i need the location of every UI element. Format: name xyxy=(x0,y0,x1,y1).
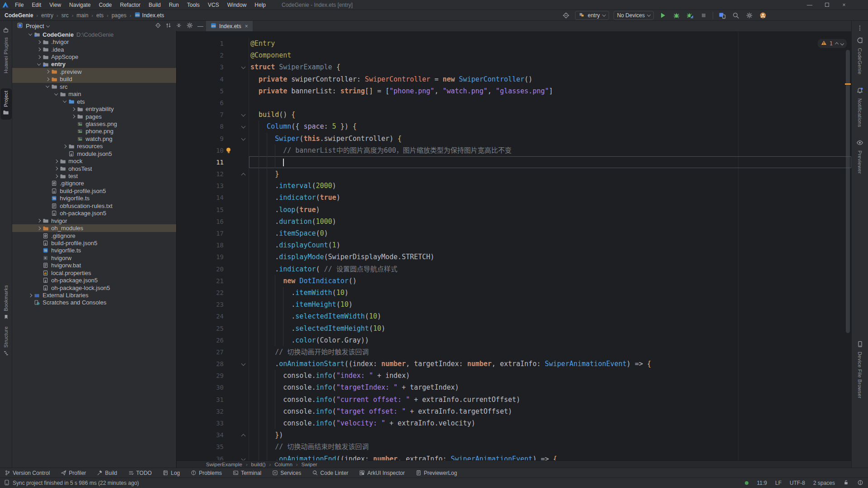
breadcrumb-item-main[interactable]: main xyxy=(77,12,88,19)
code-line-34[interactable]: 34}) xyxy=(177,429,851,441)
tree-item-src[interactable]: src xyxy=(12,83,176,90)
chevron-right-icon[interactable] xyxy=(45,77,49,81)
caret-position[interactable]: 11:9 xyxy=(757,480,767,486)
code-line-15[interactable]: 15.loop(true) xyxy=(177,204,851,216)
module-selector[interactable]: entry xyxy=(575,11,609,20)
chevron-right-icon[interactable] xyxy=(71,115,75,118)
device-manager-icon[interactable] xyxy=(718,11,727,20)
tree-item-hvigorw-bat[interactable]: hvigorw.bat xyxy=(12,262,176,269)
editor-breadcrumb-swiper[interactable]: Swiper xyxy=(302,462,317,467)
tool-window-previewerlog[interactable]: PreviewerLog xyxy=(416,470,457,476)
tool-window-log[interactable]: Log xyxy=(163,470,180,476)
menu-view[interactable]: View xyxy=(45,0,65,10)
breadcrumb-item-pages[interactable]: pages xyxy=(111,12,126,19)
debug-icon[interactable] xyxy=(672,11,681,20)
sidebar-item-previewer[interactable]: Previewer xyxy=(856,137,863,176)
fold-down-icon[interactable] xyxy=(241,456,246,460)
code-line-24[interactable]: 24.selectedItemWidth(10) xyxy=(177,310,851,322)
fold-down-icon[interactable] xyxy=(241,362,246,366)
tree-item-build[interactable]: build xyxy=(12,76,176,83)
code-line-33[interactable]: 33console.info("velocity: " + extraInfo.… xyxy=(177,417,851,429)
code-line-23[interactable]: 23.itemHeight(10) xyxy=(177,299,851,310)
fold-down-icon[interactable] xyxy=(241,65,246,69)
tool-window-arkui-inspector[interactable]: ArkUI Inspector xyxy=(359,470,405,476)
minimize-icon[interactable]: — xyxy=(806,2,813,8)
breadcrumb-item-codegenie[interactable]: CodeGenie xyxy=(5,12,33,19)
chevron-right-icon[interactable] xyxy=(37,40,40,43)
code-line-14[interactable]: 14.indicator(true) xyxy=(177,192,851,203)
tree-item-watch-png[interactable]: watch.png xyxy=(12,135,176,142)
menu-file[interactable]: File xyxy=(11,0,28,10)
code-line-25[interactable]: 25.selectedItemHeight(10) xyxy=(177,323,851,334)
tool-window-services[interactable]: Services xyxy=(272,470,301,476)
file-encoding[interactable]: UTF-8 xyxy=(790,480,805,486)
tree-item-build-profile-json5[interactable]: build-profile.json5 xyxy=(12,187,176,194)
chevron-down-icon[interactable] xyxy=(46,24,50,27)
tree-item-ets[interactable]: ets xyxy=(12,98,176,105)
sidebar-item-structure[interactable]: Structure xyxy=(3,324,9,360)
tree-item--gitignore[interactable]: .gitignore xyxy=(12,180,176,187)
code-line-12[interactable]: 12} xyxy=(177,168,851,180)
sidebar-item-notifications[interactable]: Notifications xyxy=(856,85,863,130)
collapse-all-icon[interactable] xyxy=(176,22,182,30)
lock-icon[interactable] xyxy=(843,479,849,487)
tool-window-version-control[interactable]: Version Control xyxy=(5,470,50,476)
tree-item-pages[interactable]: pages xyxy=(12,113,176,120)
line-separator[interactable]: LF xyxy=(775,480,782,486)
tool-window-code-linter[interactable]: Code Linter xyxy=(312,470,348,476)
code-line-22[interactable]: 22.itemWidth(10) xyxy=(177,287,851,299)
chevron-right-icon[interactable] xyxy=(54,174,58,178)
tree-item-resources[interactable]: resources xyxy=(12,143,176,150)
run-icon[interactable] xyxy=(658,11,667,20)
reader-mode-icon[interactable] xyxy=(857,479,863,487)
breadcrumb-item-ets[interactable]: ets xyxy=(96,12,104,19)
code-line-26[interactable]: 26.color(Color.Gray)) xyxy=(177,334,851,346)
code-line-31[interactable]: 31console.info("current offset: " + extr… xyxy=(177,394,851,406)
tree-item--hvigor[interactable]: .hvigor xyxy=(12,38,176,45)
profile-avatar-icon[interactable] xyxy=(758,11,767,20)
locate-icon[interactable] xyxy=(155,22,161,30)
tree-item-oh-package-lock-json5[interactable]: oh-package-lock.json5 xyxy=(12,284,176,291)
tree-item-oh-package-json5[interactable]: oh-package.json5 xyxy=(12,210,176,217)
code-line-8[interactable]: 8Column({ space: 5 }) { xyxy=(177,121,851,132)
tree-item-entry[interactable]: entry xyxy=(12,61,176,68)
code-line-13[interactable]: 13.interval(2000) xyxy=(177,180,851,192)
chevron-right-icon[interactable] xyxy=(71,107,75,111)
chevron-right-icon[interactable] xyxy=(37,48,40,51)
menu-vcs[interactable]: VCS xyxy=(204,0,223,10)
close-tab-icon[interactable]: × xyxy=(245,23,248,29)
tool-window-terminal[interactable]: Terminal xyxy=(233,470,261,476)
project-panel-title[interactable]: Project xyxy=(26,23,44,29)
code-line-28[interactable]: 28.onAnimationStart((index: number, targ… xyxy=(177,358,851,370)
gear-icon[interactable] xyxy=(186,22,193,31)
tree-item-ohostest[interactable]: ohosTest xyxy=(12,165,176,172)
chevron-right-icon[interactable] xyxy=(54,159,58,163)
code-line-11[interactable]: 11 xyxy=(177,156,851,168)
chevron-right-icon[interactable] xyxy=(62,145,66,148)
breadcrumb-item-entry[interactable]: entry xyxy=(41,12,53,19)
tree-item-external-libraries[interactable]: External Libraries xyxy=(12,291,176,299)
tree-item--preview[interactable]: .preview xyxy=(12,68,176,75)
code-line-7[interactable]: 7build() { xyxy=(177,109,851,121)
tree-item-mock[interactable]: mock xyxy=(12,157,176,164)
chevron-right-icon[interactable] xyxy=(37,219,40,222)
sort-icon[interactable] xyxy=(165,22,172,30)
tool-window-profiler[interactable]: Profiler xyxy=(61,470,86,476)
code-line-21[interactable]: 21new DotIndicator() xyxy=(177,275,851,287)
tree-item-hvigorfile-ts[interactable]: TShvigorfile.ts xyxy=(12,195,176,202)
close-icon[interactable]: × xyxy=(841,2,847,8)
tree-item-hvigorfile-ts[interactable]: TShvigorfile.ts xyxy=(12,247,176,254)
more-options-icon[interactable] xyxy=(855,24,864,33)
code-line-16[interactable]: 16.duration(1000) xyxy=(177,216,851,227)
search-icon[interactable] xyxy=(731,11,740,20)
code-line-30[interactable]: 30console.info("targetIndex: " + targetI… xyxy=(177,382,851,393)
menu-edit[interactable]: Edit xyxy=(28,0,45,10)
chevron-down-icon[interactable] xyxy=(45,84,49,88)
code-line-27[interactable]: 27// 切换动画开始时触发该回调 xyxy=(177,346,851,358)
sidebar-item-huawei-plugins[interactable]: Huawei Plugins xyxy=(3,24,9,76)
code-line-19[interactable]: 19.displayMode(SwiperDisplayMode.STRETCH… xyxy=(177,251,851,263)
code-line-6[interactable]: 6 xyxy=(177,97,851,109)
breadcrumb-item-index-ets[interactable]: ETSIndex.ets xyxy=(134,12,164,19)
sidebar-item-project[interactable]: Project xyxy=(0,88,12,120)
tree-item-hvigor[interactable]: hvigor xyxy=(12,217,176,224)
